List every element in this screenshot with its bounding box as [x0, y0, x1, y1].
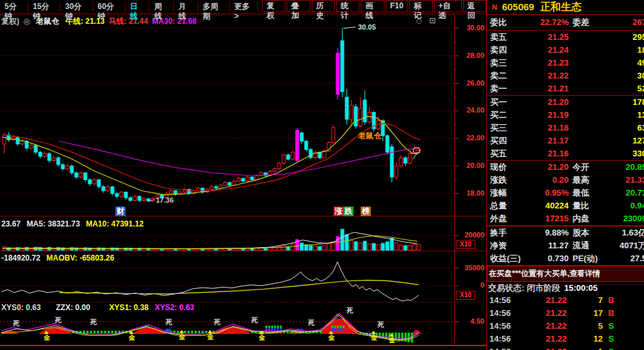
volume-header: 23.67 MA5: 38321.73 MA10: 47391.12 [1, 219, 147, 228]
trading-terminal: 死死死死死死死死死金金金金金金金金 复权)◎ 老鼠仓 牛线: 21.13马线: … [0, 0, 644, 350]
losers-chip[interactable]: 跌 [343, 207, 354, 216]
quote-row: 外盘17215内盘23009 [487, 212, 644, 225]
svg-text:死: 死 [346, 307, 354, 314]
vol-multiplier: X10 [456, 240, 475, 249]
order-book-row[interactable]: 卖三21.2349 [487, 57, 644, 69]
tick-list: 14:5621.227B114:5621.2217B314:5621.225S2… [487, 294, 644, 350]
svg-text:死: 死 [307, 319, 315, 326]
vol-ma5: MA5: 38321.73 [26, 219, 80, 228]
stock-code: 605069 [502, 1, 534, 12]
xys0-value: XYS0: 0.63 [1, 303, 41, 312]
order-book-row[interactable]: 买一21.20178 [487, 96, 644, 109]
action-drawline[interactable]: 画线 [361, 0, 384, 12]
tick-row: 14:5621.225S2 [487, 320, 644, 333]
quote-row: 换手9.88%股本1.63亿 [487, 226, 644, 239]
period-tabs: 5分钟15分钟30分钟60分钟日线周线月线多周期更多> [0, 0, 258, 14]
price-tick-label: 26.00 [457, 79, 484, 87]
quote-row: 现价21.20今开20.85 [487, 161, 644, 174]
quote-panel: N 605069 正和生态 委比22.72%委差267卖五21.25295卖四2… [486, 0, 644, 350]
order-book-row[interactable]: 买四21.17127 [487, 134, 644, 147]
obv-ma: MAOBV: -65803.26 [46, 253, 114, 262]
price-tick-label: 28.00 [457, 51, 484, 59]
obv-tick-label: 35000 [457, 264, 484, 272]
tab-day[interactable]: 日线 [126, 2, 150, 12]
action-buttons: 复权叠加历史统计画线F10标记+自选返回 [261, 0, 486, 14]
tab-month[interactable]: 月线 [174, 2, 198, 12]
tab-multi[interactable]: 多周期 [198, 2, 230, 12]
mouse-position-label: 老鼠仓 [358, 131, 381, 142]
tab-5min[interactable]: 5分钟 [0, 2, 28, 12]
obv-tick-label: 0 [457, 281, 484, 289]
svg-text:金: 金 [370, 334, 377, 341]
vol-tick-label: 20000 [457, 231, 484, 239]
order-book-row[interactable]: 买五21.16330 [487, 147, 644, 160]
high-annotation: 30.05 [358, 23, 376, 31]
obv-value: -184920.72 [1, 253, 41, 262]
svg-text:死: 死 [377, 321, 384, 328]
window-icon[interactable]: ⊡ [430, 16, 436, 25]
svg-text:死: 死 [90, 318, 97, 326]
action-stats[interactable]: 统计 [336, 0, 359, 12]
action-f10[interactable]: F10 [386, 0, 408, 12]
svg-text:金: 金 [43, 334, 50, 341]
tick-row: 14:5621.2212S4 [487, 333, 644, 345]
xys-header: XYS0: 0.63 ZZX: 0.00 XYS1: 0.38 XYS2: 0.… [1, 303, 198, 312]
zzx-value: ZZX: 0.00 [56, 303, 90, 312]
stock-title: N 605069 正和生态 [487, 0, 644, 14]
order-book-row[interactable]: 买三21.1863 [487, 122, 644, 134]
action-history[interactable]: 历史 [312, 0, 335, 12]
price-tick-label: 30.00 [457, 24, 484, 32]
svg-text:金: 金 [388, 336, 395, 344]
tab-15min[interactable]: 15分钟 [28, 2, 61, 12]
quote-row: 收益(三)0.730PE(动)27.5 [487, 252, 644, 265]
price-tick-label: 20.00 [457, 161, 484, 169]
order-book-row[interactable]: 卖二21.2230 [487, 69, 644, 82]
tick-row: 14:5621.227B1 [487, 294, 644, 307]
clock-icon[interactable]: ◎ [23, 17, 30, 26]
xys1-value: XYS1: 0.38 [109, 303, 148, 312]
main-chart-svg: 死死死死死死死死死金金金金金金金金 [0, 0, 486, 350]
svg-text:金: 金 [178, 333, 185, 340]
action-add-watchlist[interactable]: +自选 [434, 0, 462, 12]
action-back[interactable]: 返回 [463, 0, 486, 12]
finance-chip[interactable]: 财 [115, 207, 126, 216]
low-annotation: 17.36 [156, 196, 174, 204]
obv-header: -184920.72 MAOBV: -65803.26 [1, 253, 118, 262]
action-overlay[interactable]: 叠加 [287, 0, 310, 12]
chart-region: 死死死死死死死死死金金金金金金金金 复权)◎ 老鼠仓 牛线: 21.13马线: … [0, 0, 486, 350]
svg-text:金: 金 [128, 334, 135, 341]
quote-row: 委比22.72%委差267 [487, 15, 644, 30]
svg-text:死: 死 [251, 317, 258, 324]
quote-row: 涨跌0.20最高21.33 [487, 174, 644, 187]
quote-row: 净资11.27流通4071万 [487, 239, 644, 252]
order-book-row[interactable]: 买二21.1913 [487, 109, 644, 122]
trade-status: 交易状态: 闭市阶段15:00:05 [487, 282, 644, 294]
new-stock-badge: N [492, 3, 497, 11]
tab-30min[interactable]: 30分钟 [61, 2, 93, 12]
svg-text:死: 死 [165, 318, 173, 326]
ma-value: 马线: 21.44 [109, 17, 148, 26]
gainers-chip[interactable]: 涨 [334, 207, 344, 216]
action-fuquan[interactable]: 复权 [262, 0, 285, 12]
tab-more[interactable]: 更多> [230, 2, 258, 12]
tick-row: 14:5621.221S1 [487, 345, 644, 350]
xys-tick-label: 4.50 [457, 317, 484, 325]
top-toolbar: 5分钟15分钟30分钟60分钟日线周线月线多周期更多> 复权叠加历史统计画线F1… [0, 0, 486, 14]
action-mark[interactable]: 标记 [409, 0, 432, 12]
vol-value: 23.67 [1, 219, 21, 228]
svg-text:金: 金 [328, 334, 335, 341]
obv-multiplier: X10 [456, 291, 475, 300]
order-book-row[interactable]: 卖五21.25295 [487, 31, 644, 44]
order-book-row[interactable]: 卖一21.2152 [487, 82, 644, 95]
alert-banner[interactable]: 在买盘***位置有大买单,查看详情 [487, 266, 644, 282]
stock-name: 正和生态 [540, 1, 582, 12]
tick-row: 14:5621.2217B3 [487, 307, 644, 320]
price-tick-label: 24.00 [457, 106, 484, 114]
ranking-chip[interactable]: 榜 [361, 207, 371, 216]
svg-text:金: 金 [258, 334, 265, 341]
tab-week[interactable]: 周线 [149, 2, 174, 12]
order-book-row[interactable]: 卖四21.2418 [487, 44, 644, 57]
svg-text:死: 死 [54, 317, 62, 324]
tab-60min[interactable]: 60分钟 [93, 2, 126, 12]
vol-ma10: MA10: 47391.12 [86, 219, 143, 228]
